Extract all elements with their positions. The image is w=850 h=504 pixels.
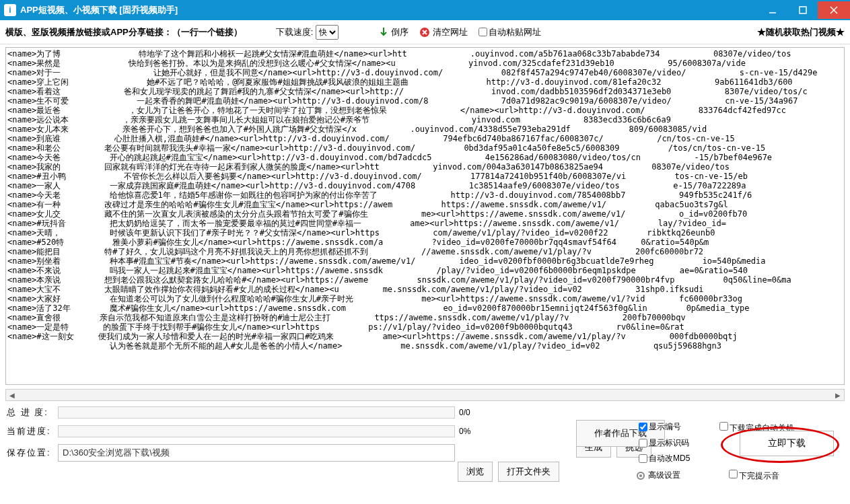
show-number-checkbox[interactable]: 显示编号: [636, 421, 717, 433]
open-folder-button[interactable]: 打开文件夹: [498, 462, 559, 482]
download-now-button[interactable]: 立即下载: [740, 431, 834, 456]
total-progress-value: 0/0: [459, 408, 499, 417]
current-progress-value: 0%: [459, 427, 499, 436]
minimize-button[interactable]: [757, 1, 787, 19]
toolbar: 横版、竖版视频播放链接或APP分享链接：（一行一个链接） 下载速度: 快 倒序 …: [0, 20, 850, 44]
total-progress-bar: [58, 406, 455, 419]
done-sound-checkbox[interactable]: 下完提示音: [726, 468, 779, 482]
current-progress-label: 当前进度:: [7, 425, 54, 437]
current-progress-bar: [58, 425, 455, 437]
total-progress-label: 总 进 度:: [7, 406, 54, 419]
scroll-left-icon[interactable]: ◀: [6, 390, 18, 400]
browse-button[interactable]: 浏览: [458, 462, 493, 482]
close-button[interactable]: [818, 1, 850, 19]
link-instruction-label: 横版、竖版视频播放链接或APP分享链接：（一行一个链接）: [5, 26, 242, 38]
maximize-button[interactable]: [787, 1, 818, 19]
app-icon: i: [4, 4, 16, 16]
reverse-button[interactable]: 倒序: [379, 26, 409, 38]
auto-md5-checkbox[interactable]: 自动改MD5: [636, 452, 717, 465]
svg-point-6: [639, 474, 642, 477]
scroll-right-icon[interactable]: ▶: [832, 390, 844, 400]
url-list-textarea[interactable]: [5, 47, 845, 385]
random-hot-button[interactable]: ★随机获取热门视频★: [757, 26, 845, 38]
gear-icon: [636, 471, 645, 480]
clear-urls-button[interactable]: 清空网址: [419, 26, 468, 38]
save-path-input[interactable]: [58, 444, 455, 462]
auto-paste-checkbox[interactable]: 自动粘贴网址: [476, 26, 541, 38]
svg-rect-1: [800, 7, 806, 13]
title-bar: i APP短视频、小视频下载 [固乔视频助手]: [0, 0, 850, 20]
save-path-label: 保存位置:: [7, 447, 54, 459]
horizontal-scrollbar[interactable]: ◀ ▶: [5, 389, 845, 401]
window-title: APP短视频、小视频下载 [固乔视频助手]: [20, 4, 757, 16]
speed-label: 下载速度:: [276, 26, 314, 38]
speed-select[interactable]: 快: [316, 25, 339, 40]
show-code-checkbox[interactable]: 显示标识码: [636, 437, 717, 449]
arrow-down-icon: [379, 27, 388, 38]
clear-icon: [419, 27, 430, 38]
advanced-settings-button[interactable]: 高级设置: [636, 470, 717, 481]
